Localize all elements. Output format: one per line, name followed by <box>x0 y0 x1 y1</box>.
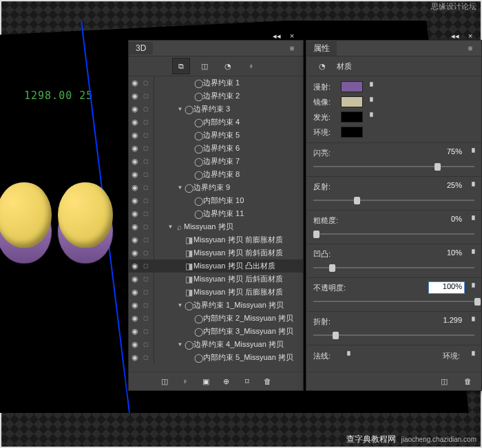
new-material-icon[interactable]: ◫ <box>437 375 451 387</box>
visibility-toggle-icon[interactable]: ◉ <box>129 144 141 153</box>
tree-item[interactable]: ◉▢◨Missyuan 拷贝 后斜面材质 <box>129 273 303 286</box>
slider-value-input[interactable]: 0% <box>428 214 465 226</box>
panel-menu-icon[interactable]: ≡ <box>285 42 299 54</box>
tree-item[interactable]: ◉▢◨Missyuan 拷贝 前斜面材质 <box>129 246 303 259</box>
close-icon[interactable]: × <box>285 30 299 42</box>
tree-item[interactable]: ◉▢◯边界约束 11 <box>129 207 303 220</box>
slider-value-input[interactable]: 10% <box>428 248 465 260</box>
tree-item[interactable]: ◉▢◯边界约束 2 <box>129 89 303 103</box>
empty-toggle[interactable]: ▢ <box>141 302 151 308</box>
snapshot-icon[interactable]: ⌑ <box>240 375 254 387</box>
tree-item[interactable]: ◉▢▼◯边界约束 1_Missyuan 拷贝 <box>129 299 303 312</box>
empty-toggle[interactable]: ▢ <box>141 211 151 217</box>
empty-toggle[interactable]: ▢ <box>141 171 151 178</box>
visibility-toggle-icon[interactable]: ◉ <box>129 288 141 297</box>
light-toggle-icon[interactable]: ♀ <box>178 375 192 387</box>
slider-texture-picker[interactable]: ▝ <box>469 284 474 292</box>
expand-toggle-icon[interactable]: ▼ <box>176 184 184 191</box>
visibility-toggle-icon[interactable]: ◉ <box>129 262 141 270</box>
empty-toggle[interactable]: ▢ <box>141 119 151 125</box>
expand-toggle-icon[interactable]: ▼ <box>176 341 184 348</box>
visibility-toggle-icon[interactable]: ◉ <box>129 196 141 205</box>
tree-item[interactable]: ◉▢◨Missyuan 拷贝 前膨胀材质 <box>129 233 303 246</box>
tree-item[interactable]: ◉▢◯内部约束 5_Missyuan 拷贝 <box>129 351 303 364</box>
3d-text-mesh[interactable] <box>0 182 116 265</box>
tree-item[interactable]: ◉▢◯内部约束 3_Missyuan 拷贝 <box>129 325 303 338</box>
tree-item[interactable]: ◉▢◯边界约束 8 <box>129 168 303 181</box>
slider-texture-picker[interactable]: ▝ <box>469 216 474 225</box>
specular-swatch[interactable] <box>341 96 363 107</box>
empty-toggle[interactable]: ▢ <box>141 276 151 282</box>
empty-toggle[interactable]: ▢ <box>141 158 151 164</box>
empty-toggle[interactable]: ▢ <box>141 184 151 191</box>
scene-tree[interactable]: ◉▢◯边界约束 1◉▢◯边界约束 2◉▢▼◯边界约束 3◉▢◯内部约束 4◉▢◯… <box>129 76 303 371</box>
empty-toggle[interactable]: ▢ <box>141 106 151 112</box>
visibility-toggle-icon[interactable]: ◉ <box>129 275 141 284</box>
slider-value-input[interactable]: 100% <box>428 281 465 294</box>
add-object-icon[interactable]: ⊕ <box>220 375 233 387</box>
glow-swatch[interactable] <box>341 111 363 122</box>
empty-toggle[interactable]: ▢ <box>141 145 151 151</box>
tree-item[interactable]: ◉▢◯边界约束 1 <box>129 76 303 89</box>
empty-toggle[interactable]: ▢ <box>141 263 151 269</box>
tree-item[interactable]: ◉▢▼◯边界约束 9 <box>129 181 303 194</box>
visibility-toggle-icon[interactable]: ◉ <box>129 222 141 231</box>
tree-item[interactable]: ◉▢◯内部约束 2_Missyuan 拷贝 <box>129 312 303 325</box>
empty-toggle[interactable]: ▢ <box>141 341 151 348</box>
diffuse-swatch[interactable] <box>341 81 363 92</box>
tree-item[interactable]: ◉▢◯边界约束 5 <box>129 129 303 142</box>
normal-texture-picker[interactable]: ▝ <box>344 352 350 361</box>
ambient-swatch[interactable] <box>341 127 363 138</box>
empty-toggle[interactable]: ▢ <box>141 315 151 321</box>
slider-track[interactable] <box>313 262 474 274</box>
visibility-toggle-icon[interactable]: ◉ <box>129 170 141 179</box>
env-texture-picker[interactable]: ▝ <box>469 352 474 361</box>
panel-3d-tab[interactable]: 3D <box>129 42 153 54</box>
slider-track[interactable] <box>313 228 474 240</box>
empty-toggle[interactable]: ▢ <box>141 224 151 230</box>
visibility-toggle-icon[interactable]: ◉ <box>129 183 141 192</box>
collapse-icon[interactable]: ◂◂ <box>448 30 462 42</box>
empty-toggle[interactable]: ▢ <box>141 80 151 86</box>
visibility-toggle-icon[interactable]: ◉ <box>129 131 141 140</box>
tree-item[interactable]: ◉▢▼⌕Missyuan 拷贝 <box>129 220 303 233</box>
diffuse-texture-picker[interactable]: ▝ <box>367 83 373 92</box>
expand-toggle-icon[interactable]: ▼ <box>167 224 174 230</box>
specular-texture-picker[interactable]: ▝ <box>367 98 373 107</box>
empty-toggle[interactable]: ▢ <box>141 289 151 295</box>
visibility-toggle-icon[interactable]: ◉ <box>129 301 141 310</box>
visibility-toggle-icon[interactable]: ◉ <box>129 327 141 336</box>
visibility-toggle-icon[interactable]: ◉ <box>129 92 141 100</box>
filter-mesh-icon[interactable]: ◫ <box>196 58 213 74</box>
slider-texture-picker[interactable]: ▝ <box>469 250 474 259</box>
tree-item[interactable]: ◉▢◯边界约束 7 <box>129 155 303 168</box>
empty-toggle[interactable]: ▢ <box>141 328 151 334</box>
empty-toggle[interactable]: ▢ <box>141 132 151 138</box>
tree-item[interactable]: ◉▢◯边界约束 6 <box>129 142 303 155</box>
filter-material-icon[interactable]: ◔ <box>219 58 237 74</box>
slider-track[interactable] <box>313 194 474 206</box>
slider-texture-picker[interactable]: ▝ <box>469 317 474 326</box>
slider-texture-picker[interactable]: ▝ <box>469 182 474 191</box>
slider-track[interactable] <box>313 295 474 308</box>
expand-toggle-icon[interactable]: ▼ <box>176 106 184 112</box>
visibility-toggle-icon[interactable]: ◉ <box>129 248 141 257</box>
close-icon[interactable]: × <box>463 30 477 42</box>
slider-track[interactable] <box>313 329 474 341</box>
empty-toggle[interactable]: ▢ <box>141 198 151 204</box>
visibility-toggle-icon[interactable]: ◉ <box>129 353 141 362</box>
filter-scene-icon[interactable]: ⧉ <box>172 58 190 74</box>
slider-value-input[interactable]: 25% <box>428 180 465 193</box>
visibility-toggle-icon[interactable]: ◉ <box>129 340 141 349</box>
panel-menu-icon[interactable]: ≡ <box>463 42 477 54</box>
tree-item[interactable]: ◉▢◯内部约束 10 <box>129 194 303 207</box>
tree-item[interactable]: ◉▢▼◯边界约束 4_Missyuan 拷贝 <box>129 338 303 351</box>
new-scene-icon[interactable]: ▣ <box>199 375 213 387</box>
render-settings-icon[interactable]: ◫ <box>158 375 171 387</box>
visibility-toggle-icon[interactable]: ◉ <box>129 118 141 127</box>
delete-material-icon[interactable]: 🗑 <box>461 375 474 387</box>
delete-icon[interactable]: 🗑 <box>261 375 275 387</box>
collapse-icon[interactable]: ◂◂ <box>270 30 284 42</box>
visibility-toggle-icon[interactable]: ◉ <box>129 235 141 244</box>
glow-texture-picker[interactable]: ▝ <box>367 113 373 122</box>
